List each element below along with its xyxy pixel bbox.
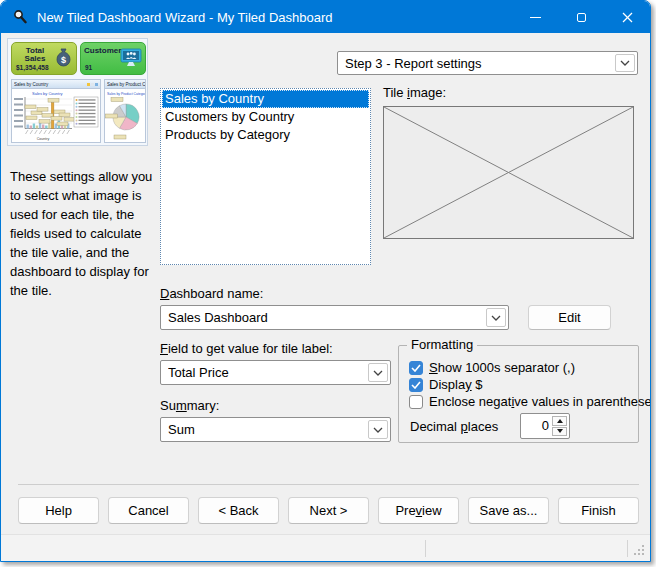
status-bar-divider [627, 540, 628, 557]
checkbox-1000s-separator[interactable]: Show 1000s separator (,) [409, 360, 575, 375]
preview-panel-sales-by-product-category: Sales by Product Category Sales by Produ… [104, 79, 146, 143]
chevron-down-icon [368, 363, 388, 382]
panel-toolbar-icon [91, 83, 94, 86]
list-item-products-by-category[interactable]: Products by Category [162, 126, 369, 144]
formatting-group: Formatting Show 1000s separator (,) Disp… [398, 345, 639, 443]
dashboard-name-combobox[interactable]: Sales Dashboard [160, 305, 509, 330]
dashboard-preview-image: Total Sales $ $1,354,458 Customers [7, 38, 148, 146]
status-bar-divider [425, 540, 426, 557]
save-as-button[interactable]: Save as... [468, 497, 549, 524]
panel-toolbar-icon [95, 83, 98, 86]
step-selector-combobox[interactable]: Step 3 - Report settings [337, 51, 638, 75]
panel-header: Sales by Country [12, 80, 100, 89]
svg-text:Sales by Product Category: Sales by Product Category [107, 92, 145, 96]
report-listbox: Sales by Country Customers by Country Pr… [160, 88, 371, 265]
dashboard-name-label: Dashboard name: [160, 286, 263, 301]
close-icon [622, 12, 633, 23]
help-button[interactable]: Help [18, 497, 99, 524]
summary-label: Summary: [160, 398, 219, 413]
resize-grip[interactable] [642, 553, 644, 555]
next-button[interactable]: Next > [288, 497, 369, 524]
checkbox-icon [409, 361, 423, 375]
field-label: Field to get value for tile label: [160, 341, 333, 356]
back-button[interactable]: < Back [198, 497, 279, 524]
decimal-places-stepper[interactable]: 0 [520, 413, 570, 439]
preview-tile-customers: Customers 91 [80, 42, 146, 75]
spin-up-button[interactable] [552, 416, 567, 426]
summary-value: Sum [168, 422, 368, 437]
tile-label: Customers [84, 47, 124, 55]
tile-image-placeholder [383, 106, 634, 239]
magnifier-icon [12, 9, 28, 25]
maximize-button[interactable] [558, 1, 604, 33]
field-value: Total Price [168, 365, 368, 380]
step-selector-value: Step 3 - Report settings [345, 56, 615, 71]
status-bar [1, 534, 650, 561]
field-combobox[interactable]: Total Price [160, 360, 391, 385]
panel-toolbar-icon [87, 83, 90, 86]
minimize-icon [530, 17, 541, 18]
arrow-up-icon [557, 419, 563, 423]
pie-chart-thumbnail: Sales by Product Category [105, 89, 145, 142]
preview-button[interactable]: Preview [378, 497, 459, 524]
chevron-down-icon [486, 308, 506, 327]
decimal-places-value: 0 [542, 418, 549, 433]
checkbox-icon [409, 395, 423, 409]
svg-text:Sales by Country: Sales by Country [32, 91, 62, 96]
placeholder-cross-icon [384, 107, 633, 238]
preview-tile-total-sales: Total Sales $ $1,354,458 [11, 42, 77, 75]
tile-value: $1,354,458 [16, 64, 49, 71]
checkbox-display-dollar[interactable]: Display $ [409, 377, 482, 392]
spin-down-button[interactable] [552, 427, 567, 437]
money-bag-icon: $ [54, 48, 73, 73]
svg-text:Country: Country [37, 137, 50, 141]
list-item-sales-by-country[interactable]: Sales by Country [162, 90, 369, 108]
checkbox-enclose-negative[interactable]: Enclose negative values in parentheses [409, 394, 651, 409]
chevron-down-icon [615, 54, 635, 72]
tile-image-label: Tile image: [383, 85, 446, 100]
preview-panel-sales-by-country: Sales by Country Sales by Country [11, 79, 101, 143]
checkbox-icon [409, 378, 423, 392]
list-item-customers-by-country[interactable]: Customers by Country [162, 108, 369, 126]
bar-chart-thumbnail: Sales by Country [12, 89, 100, 142]
close-button[interactable] [604, 1, 650, 33]
footer-separator [18, 484, 639, 485]
summary-combobox[interactable]: Sum [160, 417, 391, 442]
dashboard-name-value: Sales Dashboard [168, 310, 486, 325]
title-bar: New Tiled Dashboard Wizard - My Tiled Da… [1, 1, 650, 33]
maximize-icon [577, 13, 586, 22]
decimal-places-label: Decimal places [410, 419, 498, 434]
minimize-button[interactable] [512, 1, 558, 33]
formatting-group-title: Formatting [407, 337, 477, 352]
edit-button[interactable]: Edit [528, 305, 611, 330]
wizard-dialog: New Tiled Dashboard Wizard - My Tiled Da… [0, 0, 651, 562]
tile-value: 91 [85, 64, 92, 71]
finish-button[interactable]: Finish [558, 497, 639, 524]
monitor-users-icon [120, 48, 142, 72]
panel-header: Sales by Product Category [105, 80, 145, 89]
window-title: New Tiled Dashboard Wizard - My Tiled Da… [37, 10, 333, 25]
tile-label: Total Sales [15, 47, 55, 63]
chevron-down-icon [368, 420, 388, 439]
settings-description: These settings allow you to select what … [10, 167, 154, 300]
cancel-button[interactable]: Cancel [108, 497, 189, 524]
arrow-down-icon [557, 429, 563, 433]
svg-text:$: $ [61, 55, 66, 65]
